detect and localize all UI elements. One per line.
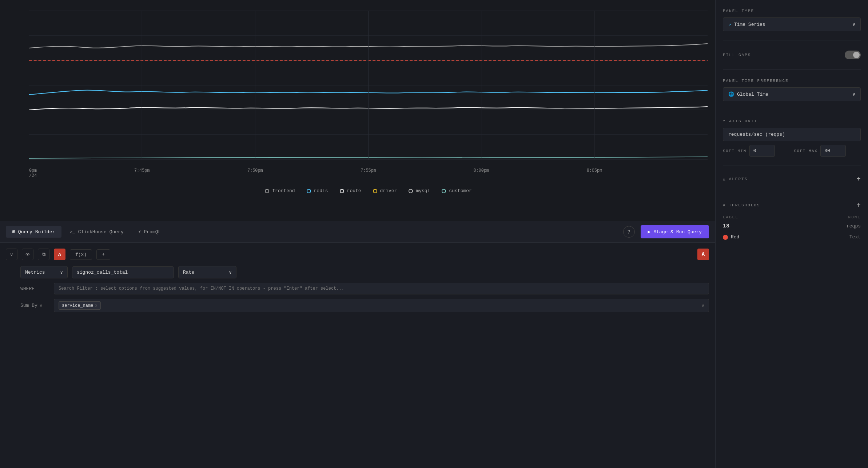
duplicate-button[interactable]: ⧉: [38, 249, 49, 260]
query-row-header: ∨ 👁 ⧉ A f(x) + A: [6, 249, 709, 260]
legend-item-mysql: mysql: [409, 188, 430, 194]
rate-select[interactable]: Rate ∨: [178, 266, 236, 278]
legend-dot-redis: [307, 189, 311, 193]
y-axis-unit-section: Y AXIS UNIT SOFT MIN SOFT MAX: [723, 119, 861, 157]
y-axis-unit-label: Y AXIS UNIT: [723, 119, 861, 123]
metrics-select[interactable]: Metrics ∨: [20, 266, 68, 278]
tab-clickhouse-label: ClickHouse Query: [78, 229, 124, 235]
where-input[interactable]: [54, 283, 709, 294]
tab-query-builder[interactable]: ⊞ Query Builder: [6, 226, 61, 238]
soft-max-input[interactable]: [820, 145, 846, 157]
panel-type-label: PANEL TYPE: [723, 9, 861, 13]
sum-by-row: Sum By ∨ service_name ✕ ∨: [6, 299, 709, 312]
threshold-label-col: LABEL: [723, 215, 738, 219]
add-alert-button[interactable]: +: [856, 175, 861, 183]
metrics-label: Metrics: [25, 270, 45, 275]
soft-max-item: SOFT MAX: [794, 145, 861, 157]
clickhouse-icon: >_: [69, 229, 75, 235]
svg-text:8:05pm: 8:05pm: [587, 168, 602, 173]
legend-label-driver: driver: [380, 188, 397, 194]
panel-time-chevron: ∨: [852, 91, 855, 97]
panel-time-select[interactable]: 🌐 Global Time ∨: [723, 87, 861, 101]
panel-time-section: PANEL TIME PREFERENCE 🌐 Global Time ∨: [723, 79, 861, 101]
play-icon: ▶: [648, 229, 651, 235]
divider-5: [723, 192, 861, 192]
sum-by-end-chevron: ∨: [701, 303, 704, 309]
query-builder-icon: ⊞: [12, 229, 15, 235]
thresholds-text: Thresholds: [729, 203, 760, 207]
alerts-row: △ Alerts +: [723, 175, 861, 183]
legend-label-frontend: frontend: [272, 188, 295, 194]
divider-2: [723, 70, 861, 70]
panel-type-select-left: ↗ Time Series: [728, 21, 765, 27]
globe-icon: 🌐: [728, 91, 734, 97]
thresholds-header: # Thresholds +: [723, 201, 861, 209]
fill-gaps-toggle[interactable]: [845, 51, 861, 59]
tab-clickhouse-query[interactable]: >_ ClickHouse Query: [63, 226, 130, 238]
legend-item-route: route: [340, 188, 361, 194]
panel-type-select[interactable]: ↗ Time Series ∨: [723, 17, 861, 31]
threshold-color-dot: [723, 235, 728, 240]
metric-name-select[interactable]: signoz_calls_total: [72, 266, 174, 278]
sum-by-chevron: ∨: [40, 303, 43, 309]
stage-run-button[interactable]: ▶ Stage & Run Query: [641, 225, 709, 238]
add-icon: +: [102, 252, 105, 257]
sum-by-label: Sum By ∨: [20, 303, 49, 309]
soft-min-input[interactable]: [749, 145, 775, 157]
query-tabs-bar: ⊞ Query Builder >_ ClickHouse Query ⚡ Pr…: [0, 221, 715, 243]
collapse-button[interactable]: ∨: [6, 249, 17, 260]
svg-text:7:40pm: 7:40pm: [29, 168, 37, 173]
visibility-button[interactable]: 👁: [22, 249, 33, 260]
legend-item-frontend: frontend: [265, 188, 295, 194]
legend-dot-driver: [373, 189, 377, 193]
formula-button[interactable]: f(x): [70, 249, 92, 260]
thresholds-icon: #: [723, 203, 726, 207]
legend-label-mysql: mysql: [416, 188, 430, 194]
help-button[interactable]: ?: [623, 226, 635, 238]
legend-dot-customer: [442, 189, 446, 193]
right-panel: PANEL TYPE ↗ Time Series ∨ FILL GAPS PAN…: [715, 0, 868, 468]
y-axis-unit-input[interactable]: [723, 128, 861, 141]
tag-chip-label: service_name: [62, 303, 93, 308]
divider-3: [723, 110, 861, 110]
legend-dot-route: [340, 189, 344, 193]
metrics-chevron: ∨: [60, 269, 63, 275]
rate-chevron: ∨: [229, 269, 232, 275]
soft-max-label: SOFT MAX: [794, 149, 818, 153]
legend-dot-mysql: [409, 189, 413, 193]
divider-1: [723, 40, 861, 40]
where-row: WHERE: [6, 283, 709, 294]
threshold-unit: reqps: [847, 223, 861, 229]
formula-icon: f(x): [75, 252, 87, 257]
threshold-label-val: none: [848, 215, 861, 219]
chart-legend: frontend redis route driver mysql custom…: [29, 182, 708, 201]
query-a-button[interactable]: A: [54, 249, 65, 260]
fill-gaps-row: FILL GAPS: [723, 49, 861, 61]
threshold-label-row: LABEL none: [723, 215, 861, 219]
time-series-icon: ↗: [728, 21, 731, 27]
svg-text:7:55pm: 7:55pm: [361, 168, 376, 173]
tab-promql[interactable]: ⚡ PromQL: [132, 226, 168, 238]
panel-time-label: PANEL TIME PREFERENCE: [723, 79, 861, 83]
alerts-text: Alerts: [729, 177, 748, 181]
alerts-label: △ Alerts: [723, 177, 748, 181]
threshold-text-label: Text: [849, 234, 861, 240]
panel-type-chevron: ∨: [852, 21, 855, 27]
panel-time-select-left: 🌐 Global Time: [728, 91, 768, 97]
add-query-button[interactable]: +: [96, 249, 110, 260]
tab-promql-label: PromQL: [144, 229, 161, 235]
add-threshold-button[interactable]: +: [856, 201, 861, 209]
soft-min-label: SOFT MIN: [723, 149, 746, 153]
stage-run-label: Stage & Run Query: [653, 229, 702, 235]
threshold-color-label: Red: [731, 234, 739, 240]
sum-by-tags[interactable]: service_name ✕ ∨: [54, 299, 709, 312]
threshold-value-row: 18 reqps: [723, 223, 861, 229]
svg-text:6/7/24: 6/7/24: [29, 173, 37, 178]
tag-chip-remove[interactable]: ✕: [95, 303, 97, 308]
panel-type-value: Time Series: [734, 22, 765, 27]
threshold-value: 18: [723, 223, 729, 229]
legend-item-customer: customer: [442, 188, 471, 194]
soft-min-item: SOFT MIN: [723, 145, 790, 157]
where-label: WHERE: [20, 286, 49, 291]
legend-item-driver: driver: [373, 188, 397, 194]
